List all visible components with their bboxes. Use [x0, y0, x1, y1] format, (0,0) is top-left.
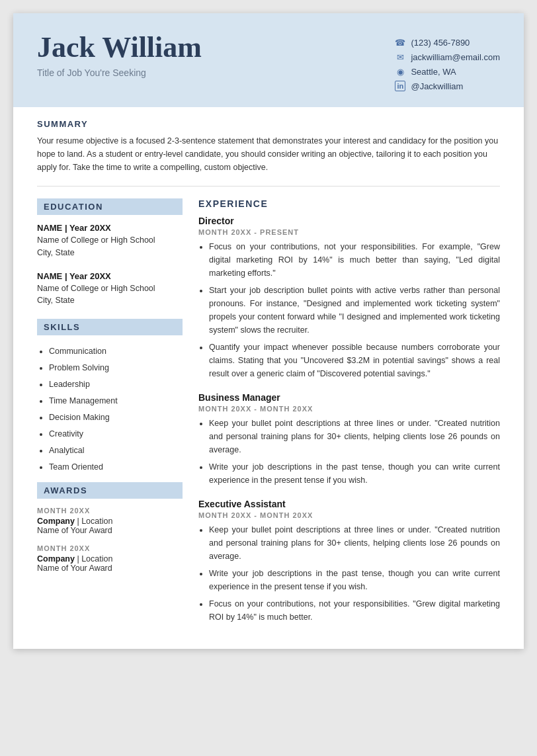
- awards-section-title: AWARDS: [37, 482, 183, 499]
- award-month-1: MONTH 20XX: [37, 507, 183, 515]
- skill-6: Creativity: [49, 426, 183, 442]
- edu-location-1: City, State: [37, 247, 183, 259]
- resume-document: Jack William Title of Job You're Seeking…: [13, 13, 524, 649]
- bullet-1-3: Quantify your impact whenever possible b…: [209, 341, 500, 380]
- skill-5: Decision Making: [49, 409, 183, 426]
- bullet-2-1: Keep your bullet point descriptions at t…: [209, 417, 500, 456]
- job-dates-1: MONTH 20XX - PRESENT: [198, 228, 500, 236]
- two-column-layout: EDUCATION NAME | Year 20XX Name of Colle…: [13, 192, 524, 649]
- skills-list: Communication Problem Solving Leadership…: [37, 343, 183, 476]
- left-column: EDUCATION NAME | Year 20XX Name of Colle…: [37, 198, 183, 636]
- location-contact: ◉ Seattle, WA: [395, 66, 500, 77]
- skill-7: Analytical: [49, 442, 183, 459]
- right-column: EXPERIENCE Director MONTH 20XX - PRESENT…: [198, 198, 500, 636]
- job-dates-2: MONTH 20XX - MONTH 20XX: [198, 405, 500, 413]
- candidate-name: Jack William: [37, 32, 202, 63]
- award-company-2: Company | Location: [37, 554, 183, 564]
- bullet-3-3: Focus on your contributions, not your re…: [209, 597, 500, 624]
- award-company-name-1: Company: [37, 517, 75, 526]
- award-name-1: Name of Your Award: [37, 526, 183, 535]
- summary-section: SUMMARY Your resume objective is a focus…: [13, 107, 524, 181]
- skill-1: Communication: [49, 343, 183, 360]
- edu-school-1: Name of College or High School: [37, 234, 183, 247]
- bullet-3-2: Write your job descriptions in the past …: [209, 567, 500, 593]
- award-entry-1: MONTH 20XX Company | Location Name of Yo…: [37, 507, 183, 535]
- award-company-1: Company | Location: [37, 517, 183, 526]
- summary-title: SUMMARY: [37, 119, 500, 129]
- linkedin-contact: in @Jackwilliam: [395, 81, 500, 91]
- bullet-1-1: Focus on your contributions, not your re…: [209, 240, 500, 280]
- bullet-1-2: Start your job description bullet points…: [209, 284, 500, 337]
- phone-number: (123) 456-7890: [411, 38, 470, 48]
- experience-entry-1: Director MONTH 20XX - PRESENT Focus on y…: [198, 216, 500, 380]
- job-title: Title of Job You're Seeking: [37, 67, 202, 78]
- location-text: Seattle, WA: [411, 67, 456, 77]
- job-dates-3: MONTH 20XX - MONTH 20XX: [198, 511, 500, 519]
- header-left: Jack William Title of Job You're Seeking: [37, 32, 202, 78]
- award-name-2: Name of Your Award: [37, 564, 183, 573]
- experience-section-title: EXPERIENCE: [198, 198, 500, 209]
- job-title-1: Director: [198, 216, 500, 226]
- education-entry-2: NAME | Year 20XX Name of College or High…: [37, 271, 183, 308]
- divider: [37, 186, 500, 187]
- job-title-3: Executive Assistant: [198, 499, 500, 509]
- header-section: Jack William Title of Job You're Seeking…: [13, 13, 524, 107]
- skill-3: Leadership: [49, 376, 183, 393]
- bullet-3-1: Keep your bullet point descriptions at t…: [209, 523, 500, 563]
- skills-section-title: SKILLS: [37, 319, 183, 335]
- phone-contact: ☎ (123) 456-7890: [395, 37, 500, 48]
- email-icon: ✉: [395, 52, 405, 62]
- award-location-label-1: Location: [81, 517, 112, 526]
- experience-entry-2: Business Manager MONTH 20XX - MONTH 20XX…: [198, 392, 500, 487]
- award-company-name-2: Company: [37, 554, 75, 564]
- location-icon: ◉: [395, 66, 405, 77]
- skill-2: Problem Solving: [49, 360, 183, 376]
- edu-name-1: NAME | Year 20XX: [37, 223, 183, 233]
- job-bullets-1: Focus on your contributions, not your re…: [198, 240, 500, 380]
- bullet-2-2: Write your job descriptions in the past …: [209, 460, 500, 487]
- skills-section: SKILLS Communication Problem Solving Lea…: [37, 319, 183, 476]
- experience-entry-3: Executive Assistant MONTH 20XX - MONTH 2…: [198, 499, 500, 624]
- award-entry-2: MONTH 20XX Company | Location Name of Yo…: [37, 544, 183, 573]
- linkedin-handle: @Jackwilliam: [411, 81, 463, 91]
- education-entries: NAME | Year 20XX Name of College or High…: [37, 223, 183, 307]
- edu-name-2: NAME | Year 20XX: [37, 271, 183, 281]
- phone-icon: ☎: [395, 37, 405, 48]
- edu-location-2: City, State: [37, 294, 183, 307]
- award-location-label-2: Location: [81, 554, 112, 564]
- awards-section: AWARDS MONTH 20XX Company | Location Nam…: [37, 482, 183, 573]
- education-entry-1: NAME | Year 20XX Name of College or High…: [37, 223, 183, 259]
- job-bullets-3: Keep your bullet point descriptions at t…: [198, 523, 500, 624]
- email-contact: ✉ jackwilliam@email.com: [395, 52, 500, 62]
- skill-8: Team Oriented: [49, 459, 183, 476]
- skill-4: Time Management: [49, 393, 183, 409]
- job-title-2: Business Manager: [198, 392, 500, 403]
- award-month-2: MONTH 20XX: [37, 544, 183, 552]
- job-bullets-2: Keep your bullet point descriptions at t…: [198, 417, 500, 487]
- summary-text: Your resume objective is a focused 2-3-s…: [37, 134, 500, 174]
- linkedin-icon: in: [395, 81, 405, 91]
- education-section-title: EDUCATION: [37, 198, 183, 215]
- email-address: jackwilliam@email.com: [411, 52, 500, 62]
- contact-info: ☎ (123) 456-7890 ✉ jackwilliam@email.com…: [395, 32, 500, 91]
- edu-school-2: Name of College or High School: [37, 282, 183, 295]
